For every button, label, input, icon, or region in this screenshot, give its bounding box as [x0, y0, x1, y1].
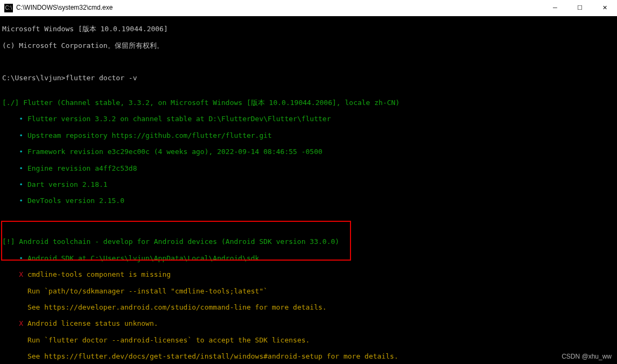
- maximize-button[interactable]: ☐: [567, 0, 592, 16]
- watermark: CSDN @xhu_ww: [562, 353, 612, 361]
- section-flutter: [./] Flutter (Channel stable, 3.3.2, on …: [2, 99, 615, 107]
- window-titlebar: C:\ C:\WINDOWS\system32\cmd.exe ─ ☐ ✕: [0, 0, 617, 16]
- section-android-toolchain: [!] Android toolchain - develop for Andr…: [2, 237, 615, 246]
- cmd-icon: C:\: [4, 4, 13, 12]
- prompt-line: C:\Users\lvjun>flutter doctor -v: [2, 74, 615, 82]
- header-line: (c) Microsoft Corporation。保留所有权利。: [2, 41, 615, 50]
- close-button[interactable]: ✕: [592, 0, 617, 16]
- window-title: C:\WINDOWS\system32\cmd.exe: [16, 4, 113, 12]
- header-line: Microsoft Windows [版本 10.0.19044.2006]: [2, 25, 615, 33]
- minimize-button[interactable]: ─: [543, 0, 567, 16]
- terminal-output[interactable]: Microsoft Windows [版本 10.0.19044.2006] (…: [0, 16, 617, 364]
